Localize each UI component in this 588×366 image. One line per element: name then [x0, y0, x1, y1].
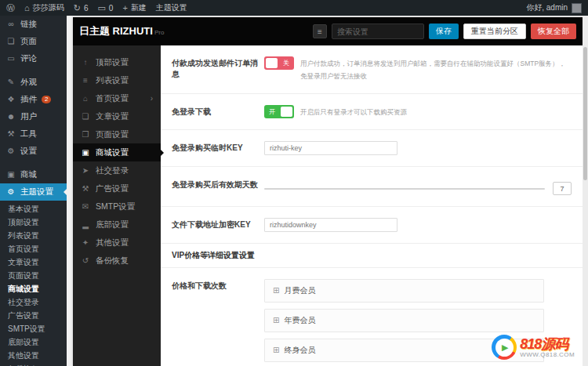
accordion-label: 年费会员 [284, 315, 315, 326]
sidebar-item-label: 主题设置 [20, 187, 53, 197]
sidebar-item-pages[interactable]: ❏ 页面 [0, 33, 67, 50]
theme-settings-panel: 日主题 RIZHUTIPro ≡ 保存 重置当前分区 恢复全部 ↑ 顶部设置 ≡ [67, 16, 588, 366]
plugins-icon: ❖ [6, 96, 16, 103]
sidebar-item-label: 页面 [20, 36, 37, 47]
sidebar-item-users[interactable]: ☻ 用户 [0, 108, 67, 125]
updates-link[interactable]: ↻ 6 [74, 4, 89, 13]
sidebar-separator [0, 67, 67, 74]
sidebar-item-theme-settings[interactable]: ⚙ 主题设置 [0, 183, 67, 201]
field-label: 免登录购买后有效期天数 [172, 178, 264, 190]
sidebar-item-links[interactable]: ∞ 链接 [0, 16, 67, 33]
panel-tab-homepage[interactable]: ⌂ 首页设置 › [73, 89, 161, 107]
submenu-item-backup[interactable]: 备份恢复 [0, 362, 67, 366]
submenu-item-basic[interactable]: 基本设置 [0, 202, 67, 216]
sidebar-item-label: 评论 [20, 53, 37, 64]
sidebar-item-plugins[interactable]: ❖ 插件 2 [0, 91, 67, 108]
submenu-item-homepage[interactable]: 首页设置 [0, 242, 67, 255]
restore-icon: ↺ [81, 257, 90, 265]
panel-tab-smtp[interactable]: ✉ SMTP设置 [73, 197, 161, 216]
reset-all-button[interactable]: 恢复全部 [531, 24, 576, 39]
expand-icon: ⊞ [273, 346, 279, 354]
list-toggle-icon: ≡ [318, 27, 322, 36]
panel-tab-backup[interactable]: ↺ 备份恢复 [73, 252, 161, 270]
accordion-yearly-member[interactable]: ⊞ 年费会员 [264, 309, 544, 332]
submenu-item-footer[interactable]: 底部设置 [0, 335, 67, 349]
theme-settings-shortcut[interactable]: 主题设置 [156, 2, 187, 13]
submenu-item-ads[interactable]: 广告设置 [0, 309, 67, 322]
expand-all-button[interactable]: ≡ [313, 24, 327, 38]
wp-admin-sidebar: ∞ 链接 ❏ 页面 ▭ 评论 ✎ 外观 ❖ 插件 2 ☻ 用户 ⚒ 工具 ⚙ 设… [0, 16, 67, 366]
wordpress-menu[interactable]: Ⓦ [6, 4, 15, 13]
panel-tab-other[interactable]: ✦ 其他设置 [73, 234, 161, 252]
comments-count: 0 [109, 4, 114, 13]
field-label: 免登录购买临时KEY [172, 141, 264, 154]
toggle-knob [266, 58, 278, 68]
sidebar-item-comments[interactable]: ▭ 评论 [0, 50, 67, 67]
submenu-item-social[interactable]: 社交登录 [0, 295, 67, 309]
comments-link[interactable]: ▭ 0 [97, 4, 113, 13]
new-content-menu[interactable]: + 新建 [122, 2, 146, 13]
field-label: 付款成功发送邮件订单消息 [172, 56, 264, 80]
save-button[interactable]: 保存 [429, 24, 459, 39]
panel-tab-shop[interactable]: ▣ 商城设置 [73, 143, 161, 161]
settings-search-input[interactable] [332, 24, 424, 39]
cart-icon: ▣ [81, 149, 90, 157]
login-free-download-toggle[interactable]: 开 [264, 105, 294, 118]
field-validity-days: 免登录购买后有效期天数 7 [161, 167, 583, 207]
sidebar-item-label: 用户 [20, 111, 37, 122]
site-link[interactable]: ⌂ 莎莎源码 [24, 2, 64, 13]
panel-tab-label: 广告设置 [96, 183, 129, 194]
panel-tab-label: 文章设置 [96, 111, 129, 121]
accordion-monthly-member[interactable]: ⊞ 月费会员 [264, 279, 544, 303]
panel-tab-article[interactable]: ❏ 文章设置 [73, 107, 161, 125]
panel-logo-badge: Pro [154, 29, 164, 36]
sidebar-item-store[interactable]: ▣ 商城 [0, 166, 67, 183]
panel-logo: 日主题 RIZHUTIPro [79, 24, 172, 38]
watermark-play-icon: ▶ [492, 335, 517, 360]
submenu-item-other[interactable]: 其他设置 [0, 349, 67, 362]
temp-key-input[interactable] [264, 141, 397, 155]
days-value[interactable]: 7 [553, 182, 572, 195]
sidebar-item-label: 工具 [20, 129, 37, 140]
sidebar-item-appearance[interactable]: ✎ 外观 [0, 74, 67, 91]
sidebar-separator [0, 160, 67, 166]
submenu-item-list[interactable]: 列表设置 [0, 229, 67, 242]
pin-icon: ✦ [81, 239, 90, 247]
sidebar-item-label: 设置 [20, 146, 37, 157]
envelope-icon: ✉ [81, 203, 90, 211]
panel-tab-page[interactable]: ❐ 页面设置 [73, 125, 161, 143]
submenu-item-article[interactable]: 文章设置 [0, 255, 67, 269]
settings-content: 付款成功发送邮件订单消息 关 用户付款成功，订单消息将发送到用户邮箱，需要自行在… [161, 45, 583, 366]
theme-settings-submenu: 基本设置 顶部设置 列表设置 首页设置 文章设置 页面设置 商城设置 社交登录 … [0, 201, 67, 366]
sidebar-item-tools[interactable]: ⚒ 工具 [0, 125, 67, 143]
field-description: 用户付款成功，订单消息将发送到用户邮箱，需要自行在辅助功能设置好（SMTP服务）… [300, 56, 572, 82]
days-slider[interactable] [264, 188, 545, 190]
sidebar-item-label: 外观 [20, 77, 37, 88]
panel-tab-label: 商城设置 [96, 147, 129, 158]
field-label: 免登录下载 [172, 105, 264, 118]
reset-section-button[interactable]: 重置当前分区 [463, 24, 526, 39]
field-label: 价格和下载次数 [172, 279, 264, 292]
sidebar-item-settings[interactable]: ⚙ 设置 [0, 143, 67, 160]
download-key-input[interactable] [264, 218, 397, 232]
panel-tab-footer[interactable]: ▂ 底部设置 [73, 216, 161, 234]
plugins-update-badge: 2 [42, 96, 51, 103]
avatar[interactable] [572, 3, 582, 13]
account-menu[interactable]: 你好, admin [526, 2, 568, 13]
submenu-item-shop[interactable]: 商城设置 [0, 282, 67, 295]
panel-tab-header[interactable]: ↑ 顶部设置 [73, 53, 161, 71]
payment-email-toggle[interactable]: 关 [264, 56, 294, 70]
vip-section-heading: VIP价格等详细设置设置 [161, 244, 583, 268]
expand-icon: ⊞ [273, 287, 279, 295]
vertical-scrollbar[interactable] [583, 16, 588, 366]
arrow-up-icon: ↑ [81, 59, 90, 67]
new-label: 新建 [131, 2, 147, 13]
submenu-item-page[interactable]: 页面设置 [0, 269, 67, 282]
submenu-item-smtp[interactable]: SMTP设置 [0, 322, 67, 335]
panel-tab-social[interactable]: ➤ 社交登录 [73, 161, 161, 179]
field-description: 开启后只有登录才可以下载购买资源 [300, 105, 407, 118]
panel-tab-ads[interactable]: ⚒ 广告设置 [73, 179, 161, 197]
submenu-item-header[interactable]: 顶部设置 [0, 216, 67, 229]
panel-tab-list[interactable]: ≡ 列表设置 [73, 71, 161, 89]
scrollbar-thumb[interactable] [583, 47, 587, 180]
